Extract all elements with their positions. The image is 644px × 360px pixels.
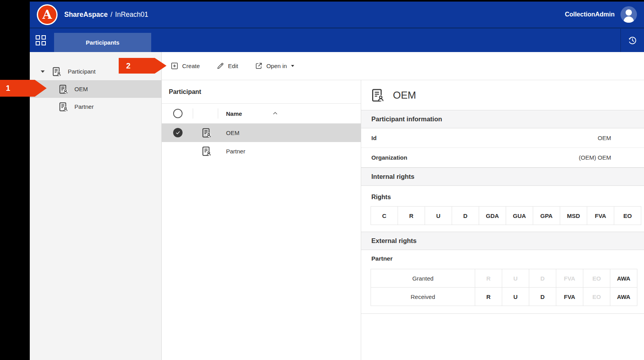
- app-window: A ShareAspace / InReach01 CollectionAdmi…: [30, 2, 644, 360]
- right-cell: FVA: [556, 288, 583, 306]
- right-cell: D: [529, 269, 556, 288]
- right-cell: U: [425, 207, 452, 225]
- breadcrumb: ShareAspace / InReach01: [64, 11, 148, 19]
- internal-rights-table: C R U D GDA GUA GPA MSD FVA EO: [371, 206, 641, 225]
- create-button[interactable]: Create: [170, 62, 200, 70]
- user-avatar[interactable]: [620, 6, 637, 23]
- detail-panel: OEM Participant information Id OEM Organ…: [361, 80, 644, 360]
- plus-square-icon: [170, 62, 179, 70]
- tab-participants[interactable]: Participants: [54, 33, 151, 52]
- toolbar: Create Edit Open in: [162, 52, 644, 80]
- right-cell: GPA: [533, 207, 560, 225]
- edit-button[interactable]: Edit: [216, 62, 238, 70]
- right-cell: AWA: [610, 269, 637, 288]
- site-name: InReach01: [115, 11, 148, 19]
- participant-list-panel: Participant Name: [162, 80, 361, 360]
- field-value-id: OEM: [598, 135, 644, 141]
- right-cell: FVA: [587, 207, 614, 225]
- detail-title-text: OEM: [393, 89, 416, 101]
- partner-label: Partner: [371, 255, 644, 262]
- section-external-rights: External rights: [361, 232, 644, 250]
- rights-label: Rights: [371, 194, 644, 201]
- right-cell: GDA: [479, 207, 506, 225]
- section-participant-information: Participant information: [361, 110, 644, 128]
- list-title: Participant: [162, 80, 361, 104]
- participant-icon: [371, 88, 385, 103]
- section-divider: [361, 313, 644, 314]
- right-cell: D: [529, 288, 556, 306]
- app-header: A ShareAspace / InReach01 CollectionAdmi…: [30, 2, 644, 27]
- tree-node-partner[interactable]: Partner: [30, 98, 161, 115]
- grid-icon: [36, 35, 46, 45]
- chevron-down-icon[interactable]: [41, 70, 45, 73]
- right-cell: R: [475, 269, 502, 288]
- row-label-granted: Granted: [371, 269, 475, 288]
- right-cell: C: [371, 207, 398, 225]
- field-row-id: Id OEM: [361, 128, 644, 148]
- sidebar-tree: Participant OEM Partner: [30, 52, 162, 360]
- select-all-radio[interactable]: [173, 109, 183, 118]
- participant-icon: [52, 67, 62, 77]
- list-row-partner[interactable]: Partner: [162, 142, 361, 160]
- current-user-label: CollectionAdmin: [565, 11, 615, 18]
- right-cell: R: [475, 288, 502, 306]
- right-cell: EO: [583, 288, 610, 306]
- row-label-received: Received: [371, 288, 475, 306]
- external-rights-table: Granted R U D FVA EO AWA Received R U: [371, 269, 637, 306]
- list-row-oem[interactable]: OEM: [162, 124, 361, 142]
- open-in-icon: [255, 62, 263, 70]
- right-cell: U: [502, 288, 529, 306]
- field-row-organization: Organization (OEM) OEM: [361, 148, 644, 167]
- right-cell: AWA: [610, 288, 637, 306]
- sort-ascending-icon[interactable]: [272, 110, 278, 116]
- chevron-down-icon: [291, 65, 294, 67]
- field-value-organization: (OEM) OEM: [579, 154, 644, 161]
- participant-icon: [201, 146, 212, 157]
- right-cell: R: [398, 207, 425, 225]
- detail-title: OEM: [361, 80, 644, 110]
- granted-row: Granted R U D FVA EO AWA: [371, 269, 637, 288]
- right-cell: EO: [614, 207, 641, 225]
- history-button[interactable]: [620, 29, 644, 52]
- right-cell: EO: [583, 269, 610, 288]
- tree-node-oem[interactable]: OEM: [30, 80, 161, 98]
- participant-icon: [201, 128, 212, 138]
- right-cell: MSD: [560, 207, 587, 225]
- pencil-icon: [216, 62, 224, 70]
- right-cell: GUA: [506, 207, 533, 225]
- right-cell: FVA: [556, 269, 583, 288]
- right-cell: D: [452, 207, 479, 225]
- participant-icon: [58, 84, 69, 94]
- apps-menu-button[interactable]: [30, 29, 52, 52]
- received-row: Received R U D FVA EO AWA: [371, 288, 637, 306]
- participant-icon: [58, 102, 69, 112]
- right-cell: U: [502, 269, 529, 288]
- history-icon: [627, 35, 638, 46]
- list-header-row: Name: [162, 104, 361, 124]
- section-internal-rights: Internal rights: [361, 167, 644, 186]
- module-tabbar: Participants: [30, 27, 644, 52]
- breadcrumb-separator: /: [110, 11, 112, 19]
- shareaspace-logo-icon: A: [37, 4, 58, 25]
- brand-name: ShareAspace: [64, 11, 108, 19]
- open-in-button[interactable]: Open in: [255, 62, 295, 70]
- column-header-name[interactable]: Name: [226, 104, 242, 123]
- selected-check-icon[interactable]: [173, 128, 183, 137]
